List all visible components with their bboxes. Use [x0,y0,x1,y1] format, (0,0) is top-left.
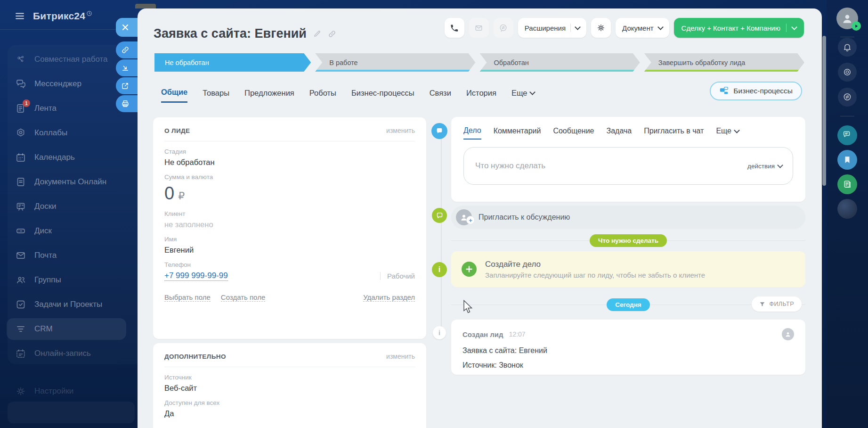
document-button[interactable]: Документ [616,18,669,38]
saved-messages-shortcut[interactable] [837,150,857,170]
about-edit-link[interactable]: изменить [386,127,415,134]
add-activity-button[interactable] [462,262,477,277]
tab-more[interactable]: Еще [511,89,535,102]
chevron-down-icon [530,89,536,95]
invite-to-discussion-row[interactable]: + Пригласить к обсуждению [451,206,805,229]
business-processes-button[interactable]: Бизнес-процессы [710,82,802,100]
tab-connections[interactable]: Связи [430,89,451,102]
notes-shortcut[interactable] [837,174,857,194]
sidebar-bottom-widget[interactable] [8,402,135,423]
create-deal-contact-company-button[interactable]: Сделку + Контакт + Компанию [674,18,804,38]
currency-symbol: ₽ [178,190,185,202]
hint-title[interactable]: Создайте дело [485,260,705,269]
field-label: Телефон [164,261,415,268]
close-icon [122,24,129,31]
log-author-avatar[interactable] [782,328,794,340]
field-value[interactable]: Да [164,409,415,418]
stage-not-processed[interactable]: Не обработан [154,53,311,72]
settings-button[interactable] [591,18,611,38]
detail-tabs: Общие Товары Предложения Роботы Бизнес-п… [161,88,535,103]
bell-icon [843,42,852,52]
call-button[interactable] [445,18,464,38]
composer-tab-invite-to-chat[interactable]: Пригласить в чат [644,127,704,139]
sidebar-item-boards[interactable]: Доски [0,194,138,219]
contact-avatar[interactable] [837,199,857,219]
field-value[interactable]: Не обработан [164,158,415,167]
sidebar-item-groups[interactable]: Группы [0,268,138,292]
actions-dropdown[interactable]: действия [747,163,782,170]
stage-in-progress[interactable]: В работе [315,53,475,72]
sidebar-item-drive[interactable]: Диск [0,219,138,243]
field-label: Источник [164,374,415,381]
sms-chat-button[interactable] [494,18,513,38]
field-available-for-all: Доступен для всех Да [153,393,426,418]
stage-finish-processing[interactable]: Завершить обработку лида [644,53,804,72]
chat-exchange-button[interactable] [838,88,857,107]
sidebar-item-settings[interactable]: Настройки [0,379,138,403]
field-value[interactable]: не заполнено [164,220,415,229]
feed-icon: 1 [15,103,26,114]
profile-avatar[interactable] [836,8,858,29]
amount-value[interactable]: 0 [164,183,174,204]
todo-input[interactable] [474,161,742,171]
tab-robots[interactable]: Роботы [309,89,336,102]
extensions-label: Расширения [525,24,566,32]
panel-scrollbar[interactable] [822,36,826,186]
email-button[interactable] [469,18,489,38]
log-title: Создан лид [462,330,503,338]
collaboration-icon [15,54,26,65]
composer-tab-activity[interactable]: Дело [463,126,481,140]
about-lead-card: О ЛИДЕ изменить Стадия Не обработан Сумм… [153,117,426,339]
tab-general[interactable]: Общие [161,88,187,103]
rail-divider [840,116,854,116]
chat-messages-icon [842,130,852,140]
sidebar-item-calendar[interactable]: Календарь [0,145,138,170]
copilot-target-button[interactable] [838,63,857,82]
todo-input-box[interactable]: действия [463,147,793,185]
additional-edit-link[interactable]: изменить [386,353,415,360]
select-field-link[interactable]: Выбрать поле [164,293,211,302]
tab-business-processes[interactable]: Бизнес-процессы [351,89,414,102]
composer-tab-message[interactable]: Сообщение [553,127,594,139]
phone-link[interactable]: +7 999 999-99-99 [164,271,228,281]
recent-chat-shortcut[interactable] [837,125,857,145]
composer-tab-more[interactable]: Еще [716,127,739,139]
timeline-filter-button[interactable]: фильтр [752,296,802,312]
tab-quotes[interactable]: Предложения [244,89,294,102]
stage-processed[interactable]: Обработан [480,53,640,72]
notifications-bell-button[interactable] [838,38,857,57]
sidebar-item-online-booking[interactable]: Онлайн-запись [0,341,138,366]
brand-logo[interactable]: Битрикс24 [33,10,85,22]
edit-title-icon[interactable] [313,30,321,38]
booking-icon [15,348,26,359]
create-field-link[interactable]: Создать поле [221,293,265,302]
copy-title-link-icon[interactable] [328,30,336,38]
tab-history[interactable]: История [466,89,496,102]
extensions-button[interactable]: Расширения [518,18,586,38]
hamburger-menu-icon[interactable] [14,10,25,22]
composer-tab-comment[interactable]: Комментарий [494,127,541,139]
lead-created-log-card: Создан лид 12:07 Заявка с сайта: Евгений… [451,320,805,375]
sidebar-item-docs-online[interactable]: Документы Онлайн [0,170,138,194]
tab-label: Роботы [309,89,336,98]
field-value[interactable]: Веб-сайт [164,384,415,393]
sidebar-item-tasks[interactable]: Задачи и Проекты [0,292,138,317]
delete-section-link[interactable]: Удалить раздел [363,293,415,302]
phone-icon [450,24,459,33]
sidebar-item-crm[interactable]: CRM [0,317,138,341]
field-value[interactable]: Евгений [164,246,415,255]
calendar-icon [15,152,26,163]
background-tab-notch [135,4,156,8]
composer-tab-task[interactable]: Задача [606,127,632,139]
sidebar-item-mail[interactable]: Почта [0,243,138,268]
document-label: Документ [622,24,654,32]
crm-funnel-icon [15,323,26,335]
chat-arrows-icon [843,92,852,102]
phone-type-label[interactable]: Рабочий [380,272,415,280]
arrow-corner-icon [121,64,130,72]
field-name: Имя Евгений [153,229,426,255]
stage-label: Не обработан [165,59,209,66]
gear-icon [596,23,606,33]
tab-products[interactable]: Товары [203,89,229,102]
sidebar-item-collabs[interactable]: Коллабы [0,121,138,145]
